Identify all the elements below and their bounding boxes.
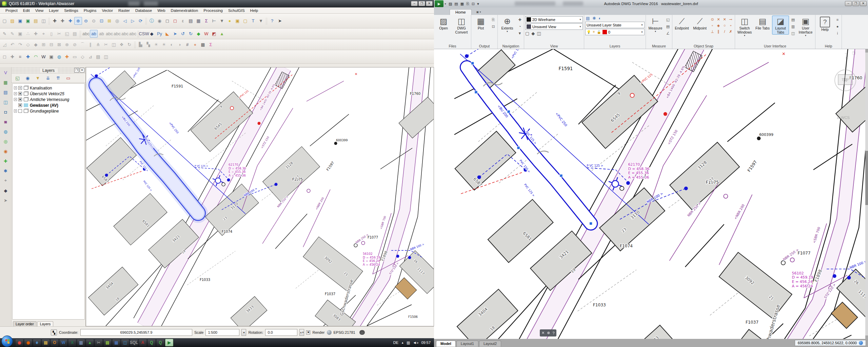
contrast-plus-icon[interactable]: ◐ xyxy=(168,41,176,48)
taskbar-word[interactable]: W xyxy=(59,339,67,346)
nav-small-0[interactable]: ✚ xyxy=(517,17,523,23)
zoom-in-icon[interactable]: ⊕ xyxy=(74,17,82,25)
python-console-icon[interactable]: Py xyxy=(156,30,163,38)
orange-add-tool-icon[interactable]: ✚ xyxy=(63,53,71,61)
rotation-spin-arrows[interactable]: ▲▼ xyxy=(299,329,304,336)
expand-all-icon[interactable]: ⇊ xyxy=(44,74,52,82)
help-contents-icon[interactable]: ? xyxy=(268,17,276,25)
search-magnifier-icon[interactable]: ◩ xyxy=(210,30,218,38)
clock[interactable]: 09:57 xyxy=(421,341,431,345)
add-ring-icon[interactable]: ⊞ xyxy=(40,41,47,48)
split-features-icon[interactable]: ⋔ xyxy=(94,41,102,48)
ribbon-collapse-arrow[interactable]: ▣ ▾ xyxy=(476,11,481,14)
metasearch-icon[interactable]: ◆ xyxy=(148,30,156,38)
panel-tab-layer-order[interactable]: Layer order xyxy=(13,321,37,326)
save-project-icon[interactable]: ▣ xyxy=(16,17,24,25)
add-part-icon[interactable]: ⊟ xyxy=(47,41,55,48)
viewcube-top-face[interactable]: TOP xyxy=(838,74,853,85)
add-postgis-layer-icon[interactable]: ◘ xyxy=(2,108,10,116)
wkt-tool-2-icon[interactable]: W xyxy=(40,53,47,61)
refresh-map-icon[interactable]: ⟳ xyxy=(137,17,144,25)
nav-small-1[interactable]: ◔ xyxy=(517,23,523,29)
show-hide-labels-icon[interactable]: abc xyxy=(105,30,113,38)
redo-tool-icon[interactable]: ↻ xyxy=(187,30,195,38)
tab-layout1[interactable]: Layout1 xyxy=(456,341,478,347)
triangle-digitize-icon[interactable]: ⊿ xyxy=(86,53,94,61)
manage-visibility-icon[interactable]: ◉ xyxy=(24,74,32,82)
language-indicator[interactable]: DE xyxy=(393,341,398,345)
new-spatialite-layer-icon[interactable]: ✱ xyxy=(2,167,10,175)
status-sphere-icon[interactable] xyxy=(859,341,863,345)
hidden-icons-arrow[interactable]: ▲ xyxy=(401,341,404,344)
qgis-map-canvas[interactable]: F1591F1760600399F1597F1075F1074F1077F103… xyxy=(86,67,434,326)
pin-labels-icon[interactable]: ab xyxy=(90,30,98,38)
drawing-window-buttons[interactable]: – ❐ ✕ xyxy=(845,51,865,60)
add-feature-icon[interactable]: ∴ xyxy=(24,30,32,38)
osnap-0[interactable]: ⊙ xyxy=(709,16,715,22)
osnap-5[interactable]: ◈ xyxy=(715,22,722,28)
taskbar-snipping-tool[interactable]: ✂ xyxy=(95,339,103,346)
add-raster-layer-icon[interactable]: ▦ xyxy=(2,78,10,86)
plot-button[interactable]: ▦Plot xyxy=(472,16,489,30)
cut-features-icon[interactable]: ✂ xyxy=(55,30,63,38)
glow-tool-icon[interactable]: ● xyxy=(191,41,199,48)
pan-to-selection-icon[interactable]: ✚ xyxy=(66,17,74,25)
graticule-creator-icon[interactable]: ⌗ xyxy=(16,53,24,61)
layer-checkbox[interactable]: ✕ xyxy=(18,86,22,90)
add-delimited-text-layer-icon[interactable]: ▤ xyxy=(2,88,10,96)
brightness-minus-icon[interactable]: ☀ xyxy=(160,41,168,48)
scroll-down-arrow[interactable] xyxy=(865,335,868,339)
scroll-up-arrow[interactable] xyxy=(865,49,868,53)
undo-tool-icon[interactable]: ↺ xyxy=(179,30,187,38)
current-edits-icon[interactable]: ✎ xyxy=(1,30,8,38)
save-project-as-icon[interactable]: ▣ xyxy=(24,17,32,25)
taskbar-qgis-2[interactable]: Q xyxy=(156,339,164,346)
menu-raster[interactable]: Raster xyxy=(116,8,133,13)
fill-ring-icon[interactable]: ⊠ xyxy=(55,41,63,48)
rect-digitize-icon[interactable]: ▭ xyxy=(71,53,79,61)
unpin-labels-icon[interactable]: ab xyxy=(98,30,105,38)
simplify-feature-icon[interactable]: ◆ xyxy=(32,41,40,48)
view-tool-1[interactable]: ◆ xyxy=(531,31,535,36)
brightness-plus-icon[interactable]: ☀ xyxy=(152,41,160,48)
statistical-summary-icon[interactable]: Σ xyxy=(202,17,210,25)
scroll-thumb[interactable] xyxy=(865,151,868,205)
menu-database[interactable]: Database xyxy=(133,8,155,13)
ui-small-2[interactable]: ◫ xyxy=(790,30,796,36)
whats-this-icon[interactable]: ➤ xyxy=(276,17,284,25)
rotate-point-symbols-icon[interactable]: ↻ xyxy=(125,41,133,48)
help-small-2[interactable]: i xyxy=(834,30,841,36)
menu-view[interactable]: View xyxy=(33,8,46,13)
taskbar-pgadmin[interactable]: ◫ xyxy=(121,339,129,346)
layer-checkbox[interactable]: ✕ xyxy=(18,103,22,107)
save-layer-edits-icon[interactable]: ▣ xyxy=(16,30,24,38)
node-tool-icon[interactable]: ⌖ xyxy=(40,30,47,38)
extents-button[interactable]: ⊕Extents▾ xyxy=(499,16,516,33)
menu-edit[interactable]: Edit xyxy=(20,8,33,13)
camera-tool-icon[interactable]: ▣ xyxy=(47,53,55,61)
osnap-6[interactable]: ○ xyxy=(722,22,728,28)
measure-small-0[interactable]: ◱ xyxy=(665,17,671,23)
taskbar-acrobat-reader[interactable]: A xyxy=(139,339,147,346)
output-small-0[interactable]: ⎘ xyxy=(490,17,496,23)
minimize-button[interactable]: – xyxy=(411,1,418,6)
zonal-statistics-icon[interactable]: Σ xyxy=(207,41,215,48)
touch-zoom-icon[interactable]: ✚ xyxy=(51,17,59,25)
raster-histogram-icon[interactable]: ▙ xyxy=(137,41,144,48)
profile-tool-icon[interactable]: ▲ xyxy=(218,30,226,38)
visual-style-combo[interactable]: 2D Wireframe▼ xyxy=(525,16,583,23)
menu-project[interactable]: Project xyxy=(3,8,20,13)
new-print-composer-icon[interactable]: ▤ xyxy=(32,17,40,25)
osnap-9[interactable]: ∥ xyxy=(715,28,722,35)
menu-help[interactable]: Help xyxy=(248,8,261,13)
layer-tool-0[interactable]: ▤ xyxy=(586,16,590,21)
grid-tool-icon[interactable]: # xyxy=(183,41,191,48)
measure-dropdown-icon[interactable]: ▼ xyxy=(218,17,226,25)
zoom-to-layer-icon[interactable]: ◎ xyxy=(113,17,121,25)
osnap-2[interactable]: ✕ xyxy=(722,16,728,22)
menu-datenextraktion[interactable]: Datenextraktion xyxy=(168,8,201,13)
taskbar-internet-explorer[interactable]: e xyxy=(33,339,41,346)
user-interface-button[interactable]: ▣User Interface▾ xyxy=(797,16,814,37)
delete-ring-icon[interactable]: ⊗ xyxy=(63,41,71,48)
taskbar-excel[interactable]: X xyxy=(68,339,76,346)
